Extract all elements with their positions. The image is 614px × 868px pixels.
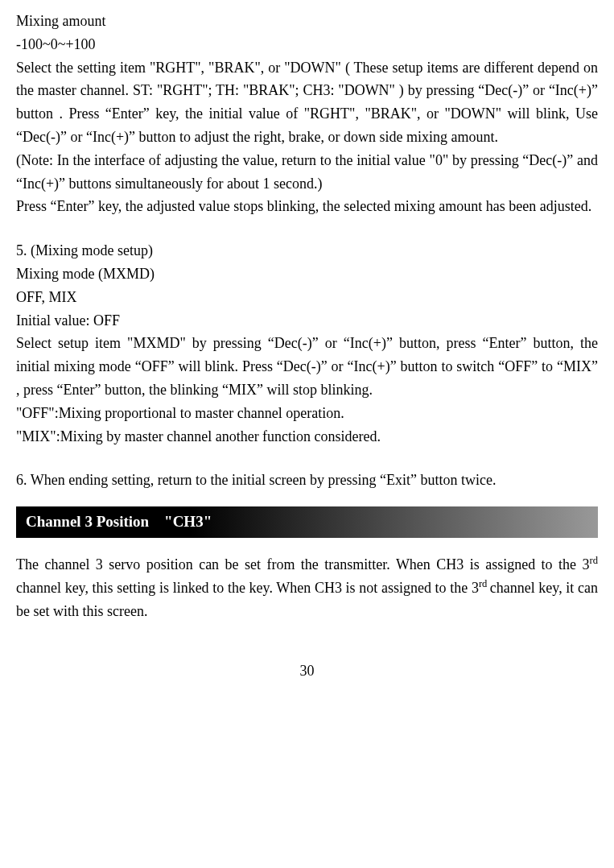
mixing-amount-para1: Select the setting item "RGHT", "BRAK", … [16, 56, 598, 149]
section6-text: 6. When ending setting, return to the in… [16, 469, 598, 492]
section5-off-desc: "OFF":Mixing proportional to master chan… [16, 402, 598, 425]
ordinal-rd-1: rd [590, 555, 599, 566]
section-header-ch3: Channel 3 Position "CH3" [16, 506, 598, 537]
mixing-amount-label: Mixing amount [16, 10, 598, 33]
mixing-amount-para2: Press “Enter” key, the adjusted value st… [16, 195, 598, 218]
ch3-para-pre: The channel 3 servo position can be set … [16, 556, 590, 572]
page-number: 30 [16, 659, 598, 683]
section5-title: 5. (Mixing mode setup) [16, 239, 598, 262]
ch3-para-mid: channel key, this setting is linked to t… [16, 580, 479, 596]
mixing-amount-note: (Note: In the interface of adjusting the… [16, 149, 598, 196]
section5-mix-desc: "MIX":Mixing by master channel another f… [16, 425, 598, 448]
ch3-para: The channel 3 servo position can be set … [16, 552, 598, 623]
section5-options: OFF, MIX [16, 286, 598, 309]
ordinal-rd-2: rd [479, 578, 490, 589]
section5-initial: Initial value: OFF [16, 309, 598, 333]
section5-mode-label: Mixing mode (MXMD) [16, 262, 598, 286]
mixing-amount-range: -100~0~+100 [16, 33, 598, 56]
section5-para1: Select setup item "MXMD" by pressing “De… [16, 332, 598, 401]
